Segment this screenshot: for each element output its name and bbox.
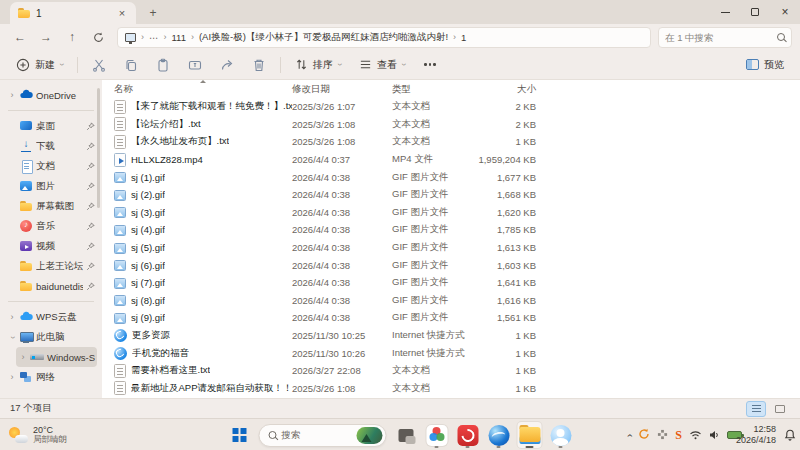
large-icons-view-button[interactable]: [770, 401, 790, 417]
app-icon-1[interactable]: [425, 422, 449, 448]
file-row[interactable]: sj (6).gif2026/4/4 0:38GIF 图片文件1,603 KB: [114, 256, 800, 274]
file-row[interactable]: 更多资源2025/11/30 10:25Internet 快捷方式1 KB: [114, 327, 800, 345]
sidebar-item-5[interactable]: 屏幕截图: [5, 196, 97, 216]
sidebar-item-6[interactable]: 音乐: [5, 216, 97, 236]
device-tray-icon[interactable]: [657, 426, 668, 444]
tab-close-icon[interactable]: ×: [115, 7, 129, 19]
share-button[interactable]: [216, 55, 238, 75]
copy-button[interactable]: [120, 55, 142, 75]
more-options-button[interactable]: [419, 60, 441, 69]
delete-button[interactable]: [248, 55, 270, 75]
file-row[interactable]: sj (2).gif2026/4/4 0:38GIF 图片文件1,668 KB: [114, 186, 800, 204]
maximize-button[interactable]: [740, 0, 770, 24]
txt-file-icon: [114, 117, 126, 131]
app-icon-browser[interactable]: [487, 422, 511, 448]
this-pc-icon: [19, 330, 33, 344]
ime-tray-icon[interactable]: S: [675, 428, 682, 443]
file-pane: 名称 修改日期 类型 大小 【来了就能下载和观看！纯免费！】.txt2025/3…: [102, 80, 800, 398]
forward-button[interactable]: →: [34, 27, 58, 47]
sidebar-item-9[interactable]: baidunetdisk: [5, 276, 97, 296]
breadcrumb-item[interactable]: 111: [172, 32, 186, 43]
wps-cloud-icon: [19, 310, 33, 324]
pin-icon: [86, 262, 95, 271]
volume-icon[interactable]: [709, 426, 720, 444]
app-icon-red[interactable]: [456, 422, 480, 448]
breadcrumb-item[interactable]: 1: [461, 32, 466, 43]
chevron-down-icon[interactable]: [8, 333, 17, 341]
sidebar-item-2[interactable]: 下载: [5, 136, 97, 156]
column-header-size[interactable]: 大小: [478, 83, 536, 96]
file-row[interactable]: 【来了就能下载和观看！纯免费！】.txt2025/3/26 1:07文本文档2 …: [114, 98, 800, 116]
sidebar-scrollbar[interactable]: [97, 88, 100, 208]
new-tab-button[interactable]: +: [144, 4, 162, 22]
file-row[interactable]: sj (8).gif2026/4/4 0:38GIF 图片文件1,616 KB: [114, 292, 800, 310]
file-row[interactable]: 【论坛介绍】.txt2025/3/26 1:08文本文档2 KB: [114, 116, 800, 134]
notifications-button[interactable]: [784, 419, 796, 450]
toolbar-divider: [280, 57, 281, 73]
date-modified: 2026/3/27 22:08: [292, 365, 392, 376]
chevron-right-icon[interactable]: [8, 91, 16, 100]
file-row[interactable]: 手机党的福音2025/11/30 10:26Internet 快捷方式1 KB: [114, 344, 800, 362]
tray-expand-icon[interactable]: [624, 433, 635, 436]
view-button[interactable]: 查看: [355, 55, 409, 75]
chevron-right-icon[interactable]: [8, 313, 16, 322]
search-input[interactable]: [665, 32, 773, 43]
app-icon-messenger[interactable]: [549, 422, 573, 448]
file-row[interactable]: HLLXLZ828.mp42026/4/4 0:37MP4 文件1,959,20…: [114, 151, 800, 169]
breadcrumb-overflow[interactable]: ⋯: [149, 32, 159, 43]
details-view-button[interactable]: [746, 401, 766, 417]
sidebar-item-7[interactable]: 视频: [5, 236, 97, 256]
clock[interactable]: 12:58 2026/4/18: [736, 419, 776, 450]
column-header-modified[interactable]: 修改日期: [292, 83, 392, 96]
rename-button[interactable]: [184, 55, 206, 75]
start-button[interactable]: [228, 422, 252, 448]
sidebar-item-1[interactable]: 桌面: [5, 116, 97, 136]
date-modified: 2026/4/4 0:38: [292, 224, 392, 235]
chevron-right-icon[interactable]: [8, 373, 16, 382]
explorer-tab[interactable]: 1 ×: [10, 2, 136, 24]
new-button[interactable]: 新建: [12, 55, 67, 75]
preview-toggle-button[interactable]: 预览: [742, 55, 788, 75]
search-box[interactable]: [658, 27, 792, 48]
back-button[interactable]: ←: [8, 27, 32, 47]
taskbar-search-label: 搜索: [282, 429, 352, 442]
file-explorer-button[interactable]: [518, 422, 542, 448]
file-row[interactable]: sj (9).gif2026/4/4 0:38GIF 图片文件1,561 KB: [114, 309, 800, 327]
column-header-type[interactable]: 类型: [392, 83, 478, 96]
file-row[interactable]: sj (7).gif2026/4/4 0:38GIF 图片文件1,641 KB: [114, 274, 800, 292]
sidebar-item-0[interactable]: OneDrive: [5, 85, 97, 105]
sidebar-item-8[interactable]: 上老王论坛当: [5, 256, 97, 276]
sidebar-item-12[interactable]: Windows-SSD: [16, 347, 97, 367]
task-view-button[interactable]: [394, 422, 418, 448]
weather-widget[interactable]: 20°C 局部晴朗: [8, 419, 67, 450]
breadcrumb[interactable]: ⋯ 111 (AI换脸-极)【绿小林子】可爱极品网红妹酒店约啪激战内射! 1: [117, 27, 651, 48]
sidebar-item-11[interactable]: 此电脑: [5, 327, 97, 347]
sidebar-item-13[interactable]: 网络: [5, 367, 97, 387]
file-row[interactable]: sj (4).gif2026/4/4 0:38GIF 图片文件1,785 KB: [114, 221, 800, 239]
wifi-icon[interactable]: [689, 426, 702, 444]
column-header-name[interactable]: 名称: [114, 83, 292, 96]
breadcrumb-item[interactable]: (AI换脸-极)【绿小林子】可爱极品网红妹酒店约啪激战内射!: [199, 31, 448, 44]
paste-button[interactable]: [152, 55, 174, 75]
file-row[interactable]: 最新地址及APP请发邮箱自动获取！！！.txt2025/3/26 1:08文本文…: [114, 380, 800, 398]
sidebar-item-4[interactable]: 图片: [5, 176, 97, 196]
file-row[interactable]: sj (3).gif2026/4/4 0:38GIF 图片文件1,620 KB: [114, 204, 800, 222]
sidebar-item-label: 文档: [36, 160, 83, 173]
sidebar-item-10[interactable]: WPS云盘: [5, 307, 97, 327]
sidebar-item-3[interactable]: 文档: [5, 156, 97, 176]
minimize-button[interactable]: [710, 0, 740, 24]
close-button[interactable]: ×: [770, 0, 800, 24]
up-button[interactable]: ↑: [60, 27, 84, 47]
file-row[interactable]: sj (1).gif2026/4/4 0:38GIF 图片文件1,677 KB: [114, 168, 800, 186]
file-row[interactable]: sj (5).gif2026/4/4 0:38GIF 图片文件1,613 KB: [114, 239, 800, 257]
cut-button[interactable]: [88, 55, 110, 75]
sync-tray-icon[interactable]: [638, 426, 650, 444]
chevron-right-icon[interactable]: [19, 353, 27, 362]
file-size: 1 KB: [478, 365, 536, 376]
file-row[interactable]: 【永久地址发布页】.txt2025/3/26 1:08文本文档1 KB: [114, 133, 800, 151]
sort-button[interactable]: 排序: [291, 55, 345, 75]
taskbar-search[interactable]: 搜索: [259, 424, 387, 447]
sidebar-item-label: 视频: [36, 240, 83, 253]
refresh-button[interactable]: [86, 27, 110, 47]
file-row[interactable]: 需要补档看这里.txt2026/3/27 22:08文本文档1 KB: [114, 362, 800, 380]
